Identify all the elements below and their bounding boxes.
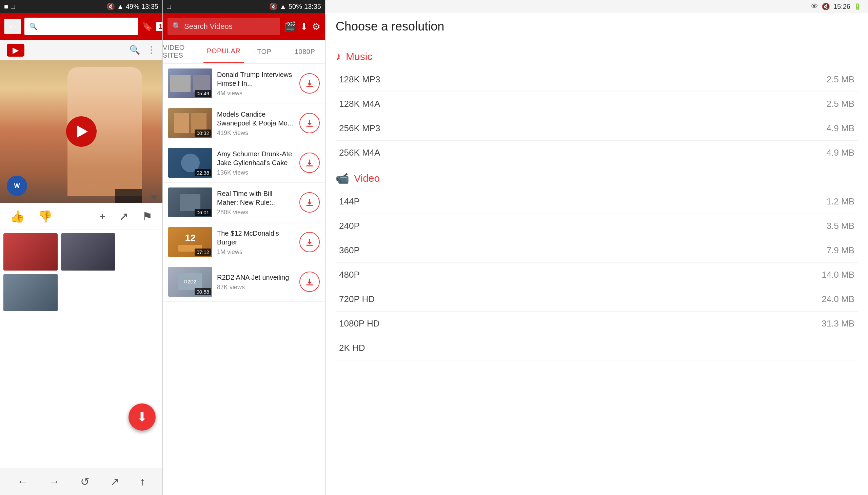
res-item-240p[interactable]: 240P 3.5 MB — [336, 214, 858, 238]
res-size-128mp3: 2.5 MB — [827, 74, 854, 85]
dl-duration-4: 06:01 — [194, 209, 211, 216]
recommendations-list: ⬇ — [0, 230, 163, 468]
res-size-1080p: 31.3 MB — [821, 318, 854, 329]
resolution-title: Choose a resolution — [336, 19, 444, 34]
dl-download-btn-1[interactable] — [300, 73, 320, 93]
download-fab[interactable]: ⬇ — [129, 404, 156, 431]
res-item-256m4a[interactable]: 256K M4A 4.9 MB — [336, 141, 858, 165]
yt-nav-icons: 🔍 ⋮ — [129, 45, 156, 55]
res-label-2khd: 2K HD — [339, 343, 365, 353]
dl-download-btn-4[interactable] — [300, 192, 320, 212]
res-item-720p[interactable]: 720P HD 24.0 MB — [336, 287, 858, 311]
search-icon: 🔍 — [29, 22, 38, 31]
resolution-body: ♪ Music 128K MP3 2.5 MB 128K M4A 2.5 MB … — [325, 40, 868, 495]
res-label-360p: 360P — [339, 245, 360, 256]
youtube-logo[interactable]: ▶ — [7, 44, 24, 57]
address-input[interactable]: m.youtube.com — [40, 22, 134, 31]
res-label-240p: 240P — [339, 221, 360, 231]
yt-more-icon[interactable]: ⋮ — [147, 45, 156, 55]
dl-duration-6: 00:58 — [194, 288, 211, 295]
dl-video-item-5[interactable]: 12 07:12 The $12 McDonald's Burger 1M vi… — [163, 222, 325, 262]
video-actions-bar: 👍 👎 + ↗ ⚑ — [0, 203, 163, 230]
dl-search-placeholder[interactable]: Search Videos — [184, 22, 233, 31]
dl-views-3: 136K views — [217, 169, 295, 176]
res-size-256m4a: 4.9 MB — [827, 148, 854, 158]
like-button[interactable]: 👍 — [10, 209, 24, 223]
tab-count-badge[interactable]: 1 — [156, 22, 163, 31]
nav-refresh-button[interactable]: ↺ — [80, 475, 89, 488]
dl-video-sites-icon[interactable]: 🎬 — [284, 21, 296, 32]
video-section-label: Video — [354, 173, 380, 184]
bookmark-icon[interactable]: 🔖 — [142, 21, 153, 32]
res-battery-icon: 🔋 — [854, 3, 861, 10]
tab-video-sites[interactable]: VIDEO SITES — [163, 40, 203, 63]
res-label-1080p: 1080P HD — [339, 318, 380, 329]
res-label-256mp3: 256K MP3 — [339, 123, 380, 134]
dl-downloads-icon[interactable]: ⬇ — [300, 21, 308, 32]
res-item-256mp3[interactable]: 256K MP3 4.9 MB — [336, 116, 858, 141]
video-icon: 📹 — [336, 172, 349, 185]
tab-popular[interactable]: POPULAR — [203, 40, 244, 63]
dl-video-list: 05:49 Donald Trump Interviews Himself In… — [163, 64, 325, 495]
nav-share-button[interactable]: ↗ — [110, 475, 119, 488]
rec-row-1[interactable] — [3, 233, 159, 271]
yt-search-icon[interactable]: 🔍 — [129, 45, 140, 55]
dl-download-btn-3[interactable] — [300, 153, 320, 173]
dl-toolbar: 🔍 Search Videos 🎬 ⬇ ⚙ — [163, 13, 325, 40]
dl-status-left: □ — [167, 3, 171, 11]
res-item-2khd[interactable]: 2K HD — [336, 336, 858, 360]
dl-search-bar[interactable]: 🔍 Search Videos — [168, 18, 280, 35]
dl-signal-icon: ▲ — [280, 3, 287, 11]
mute-icon: 🔇 — [106, 2, 115, 11]
res-size-144p: 1.2 MB — [827, 196, 854, 207]
play-button[interactable] — [66, 116, 97, 147]
res-size-720p: 24.0 MB — [821, 294, 854, 305]
res-size-240p: 3.5 MB — [827, 221, 854, 231]
dl-duration-1: 05:49 — [194, 90, 211, 97]
dl-video-item-3[interactable]: 02:38 Amy Schumer Drunk-Ate Jake Gyllenh… — [163, 143, 325, 183]
res-item-128m4a[interactable]: 128K M4A 2.5 MB — [336, 92, 858, 116]
dl-thumb-5: 12 07:12 — [168, 227, 212, 257]
res-item-1080p[interactable]: 1080P HD 31.3 MB — [336, 311, 858, 336]
dl-video-item-6[interactable]: R2D2 00:58 R2D2 ANA Jet unveiling 87K vi… — [163, 262, 325, 302]
resolution-panel: 👁 🔇 15:26 🔋 Choose a resolution ♪ Music … — [325, 0, 868, 495]
music-icon: ♪ — [336, 50, 341, 63]
rec-row-2[interactable] — [3, 274, 159, 311]
add-to-playlist-button[interactable]: + — [99, 210, 105, 222]
dl-info-2: Models Candice Swanepoel & Pooja Mo... 4… — [217, 110, 295, 137]
nav-back-button[interactable]: ← — [17, 475, 28, 488]
nav-forward-button[interactable]: → — [49, 475, 60, 488]
dl-thumb-2: 00:32 — [168, 108, 212, 138]
dislike-button[interactable]: 👎 — [38, 209, 52, 223]
address-bar-container[interactable]: 🔍 m.youtube.com — [24, 18, 138, 35]
browser-back-button[interactable]: ← — [4, 19, 21, 34]
res-item-360p[interactable]: 360P 7.9 MB — [336, 238, 858, 263]
flag-button[interactable]: ⚑ — [142, 209, 152, 223]
res-item-480p[interactable]: 480P 14.0 MB — [336, 263, 858, 287]
res-item-128mp3[interactable]: 128K MP3 2.5 MB — [336, 67, 858, 92]
rec-thumb-3 — [3, 274, 58, 311]
tab-1080p[interactable]: 1080P — [285, 40, 325, 63]
music-section-header: ♪ Music — [336, 44, 858, 67]
dl-download-btn-5[interactable] — [300, 232, 320, 252]
tab-top[interactable]: TOP — [244, 40, 285, 63]
dl-app-icon: □ — [167, 3, 171, 11]
share-button[interactable]: ↗ — [119, 209, 129, 223]
dl-video-item-4[interactable]: 06:01 Real Time with Bill Maher: New Rul… — [163, 183, 325, 222]
res-label-144p: 144P — [339, 196, 360, 207]
res-item-144p[interactable]: 144P 1.2 MB — [336, 189, 858, 214]
nav-up-button[interactable]: ↑ — [140, 475, 146, 488]
dl-settings-icon[interactable]: ⚙ — [312, 21, 320, 32]
video-hero[interactable]: W ▼ — [0, 61, 163, 203]
dl-video-item-1[interactable]: 05:49 Donald Trump Interviews Himself In… — [163, 64, 325, 103]
dl-search-icon: 🔍 — [172, 22, 182, 31]
dropdown-arrow[interactable]: ▼ — [149, 192, 159, 203]
dl-download-btn-6[interactable] — [300, 272, 320, 292]
app-icon-1: ■ — [4, 3, 8, 11]
dl-download-btn-2[interactable] — [300, 113, 320, 133]
channel-badge[interactable]: W — [7, 176, 27, 196]
dl-video-item-2[interactable]: 00:32 Models Candice Swanepoel & Pooja M… — [163, 103, 325, 143]
res-size-360p: 7.9 MB — [827, 245, 854, 256]
res-size-128m4a: 2.5 MB — [827, 99, 854, 109]
res-size-480p: 14.0 MB — [821, 270, 854, 280]
